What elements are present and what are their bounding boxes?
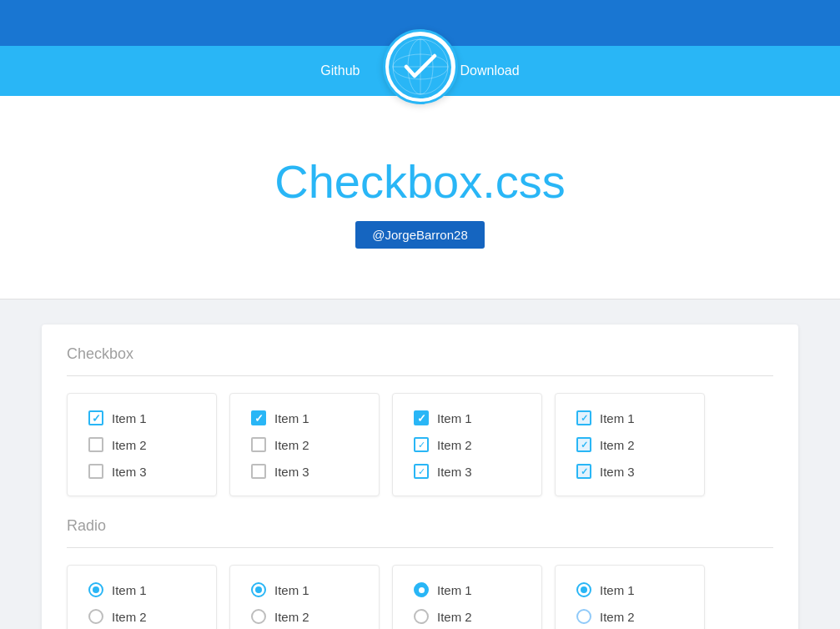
cb2-label2: Item 2 xyxy=(274,438,309,452)
rb2-radio2[interactable] xyxy=(251,609,266,624)
rb3-row2[interactable]: Item 2 xyxy=(414,609,521,624)
cb4-check1[interactable] xyxy=(576,410,591,425)
rb1-label2: Item 2 xyxy=(112,610,147,624)
cb4-check3[interactable] xyxy=(576,464,591,479)
main-content: Checkbox Item 1 Item 2 Item 3 xyxy=(0,299,840,629)
cb2-label3: Item 3 xyxy=(274,465,309,479)
hero-title: Checkbox.css xyxy=(17,154,823,209)
hero-badge: @JorgeBarron28 xyxy=(355,221,484,249)
rb4-radio1[interactable] xyxy=(576,582,591,597)
cb3-check3[interactable] xyxy=(414,464,429,479)
cb4-label3: Item 3 xyxy=(600,465,635,479)
cb2-row3[interactable]: Item 3 xyxy=(251,464,358,479)
rb1-label1: Item 1 xyxy=(112,583,147,597)
cb2-row1[interactable]: Item 1 xyxy=(251,410,358,425)
rb4-row1[interactable]: Item 1 xyxy=(576,582,683,597)
cb1-row2[interactable]: Item 2 xyxy=(88,437,195,452)
cb2-check3[interactable] xyxy=(251,464,266,479)
cb1-label1: Item 1 xyxy=(112,411,147,425)
cb4-label2: Item 2 xyxy=(600,438,635,452)
checkbox-box-2: Item 1 Item 2 Item 3 xyxy=(229,393,380,496)
rb3-label2: Item 2 xyxy=(437,610,472,624)
logo-svg xyxy=(391,38,450,96)
checkbox-box-3: Item 1 Item 2 Item 3 xyxy=(392,393,542,496)
download-link[interactable]: Download xyxy=(460,63,519,78)
radio-section: Radio Item 1 Item 2 Item 3 xyxy=(67,517,773,629)
cb1-row1[interactable]: Item 1 xyxy=(88,410,195,425)
rb1-row1[interactable]: Item 1 xyxy=(88,582,195,597)
rb2-row2[interactable]: Item 2 xyxy=(251,609,358,624)
cb1-row3[interactable]: Item 3 xyxy=(88,464,195,479)
cb2-check1[interactable] xyxy=(251,410,266,425)
cb2-row2[interactable]: Item 2 xyxy=(251,437,358,452)
cb1-check1[interactable] xyxy=(88,410,103,425)
cb1-check3[interactable] xyxy=(88,464,103,479)
cb2-label1: Item 1 xyxy=(274,411,309,425)
rb1-radio2[interactable] xyxy=(88,609,103,624)
cb3-row2[interactable]: Item 2 xyxy=(414,437,521,452)
radio-section-title: Radio xyxy=(67,517,773,535)
checkbox-box-1: Item 1 Item 2 Item 3 xyxy=(67,393,217,496)
checkbox-section-title: Checkbox xyxy=(67,345,773,363)
cb1-check2[interactable] xyxy=(88,437,103,452)
cb3-label2: Item 2 xyxy=(437,438,472,452)
rb2-row1[interactable]: Item 1 xyxy=(251,582,358,597)
cb2-check2[interactable] xyxy=(251,437,266,452)
cb1-label3: Item 3 xyxy=(112,465,147,479)
rb2-label2: Item 2 xyxy=(274,610,309,624)
rb1-row2[interactable]: Item 2 xyxy=(88,609,195,624)
rb4-row2[interactable]: Item 2 xyxy=(576,609,683,624)
rb3-radio2[interactable] xyxy=(414,609,429,624)
cb3-row1[interactable]: Item 1 xyxy=(414,410,521,425)
cb4-row2[interactable]: Item 2 xyxy=(576,437,683,452)
cb4-check2[interactable] xyxy=(576,437,591,452)
cb4-label1: Item 1 xyxy=(600,411,635,425)
checkbox-divider xyxy=(67,375,773,376)
cb4-row1[interactable]: Item 1 xyxy=(576,410,683,425)
radio-divider xyxy=(67,547,773,548)
rb4-radio2[interactable] xyxy=(576,609,591,624)
checkbox-section: Checkbox Item 1 Item 2 Item 3 xyxy=(67,345,773,496)
cb3-label3: Item 3 xyxy=(437,465,472,479)
checkbox-grid: Item 1 Item 2 Item 3 Item 1 xyxy=(67,393,773,496)
logo-circle xyxy=(383,29,458,104)
rb3-label1: Item 1 xyxy=(437,583,472,597)
cb3-check2[interactable] xyxy=(414,437,429,452)
cb3-row3[interactable]: Item 3 xyxy=(414,464,521,479)
cb3-check1[interactable] xyxy=(414,410,429,425)
rb3-radio1[interactable] xyxy=(414,582,429,597)
cb1-label2: Item 2 xyxy=(112,438,147,452)
logo-inner xyxy=(389,36,451,98)
cb3-label1: Item 1 xyxy=(437,411,472,425)
cb4-row3[interactable]: Item 3 xyxy=(576,464,683,479)
radio-box-4: Item 1 Item 2 Item 3 xyxy=(555,565,705,629)
rb2-label1: Item 1 xyxy=(274,583,309,597)
rb3-row1[interactable]: Item 1 xyxy=(414,582,521,597)
radio-grid: Item 1 Item 2 Item 3 Item 1 xyxy=(67,565,773,629)
radio-box-2: Item 1 Item 2 Item 3 xyxy=(229,565,380,629)
rb4-label2: Item 2 xyxy=(600,610,635,624)
rb1-radio1[interactable] xyxy=(88,582,103,597)
github-link[interactable]: Github xyxy=(320,63,360,78)
rb2-radio1[interactable] xyxy=(251,582,266,597)
hero-section: Checkbox.css @JorgeBarron28 xyxy=(0,96,840,299)
rb4-label1: Item 1 xyxy=(600,583,635,597)
nav-links: Github Download xyxy=(320,63,519,78)
checkbox-box-4: Item 1 Item 2 Item 3 xyxy=(555,393,705,496)
radio-box-3: Item 1 Item 2 Item 3 xyxy=(392,565,542,629)
section-card: Checkbox Item 1 Item 2 Item 3 xyxy=(42,325,798,629)
header-nav: Github Download xyxy=(0,46,840,96)
radio-box-1: Item 1 Item 2 Item 3 xyxy=(67,565,217,629)
